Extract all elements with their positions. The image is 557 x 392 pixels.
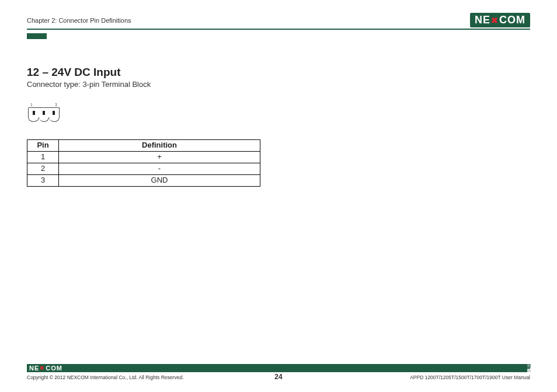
footer-logo: NE✖COM [29, 365, 62, 372]
connector-arc-icon [49, 117, 60, 122]
col-header-pin: Pin [27, 140, 59, 152]
connector-arc-icon [39, 117, 50, 122]
logo-text-post: COM [46, 365, 62, 372]
pin-slot-icon [53, 111, 55, 115]
table-row: 2 - [27, 163, 260, 174]
pin-label-left: 1 [30, 103, 33, 107]
footer-squares-icon [521, 364, 531, 372]
cell-pin: 3 [27, 174, 59, 186]
pin-table: Pin Definition 1 + 2 - 3 GND [27, 139, 530, 187]
accent-bar [27, 33, 47, 39]
col-header-def: Definition [59, 140, 260, 152]
connector-arc-icon [28, 117, 39, 122]
page-header: Chapter 2: Connector Pin Definitions NE✖… [27, 13, 530, 30]
cell-def: GND [59, 174, 260, 186]
table-header-row: Pin Definition [27, 140, 260, 152]
page-number: 24 [274, 373, 282, 381]
nexcom-logo: NE✖COM [470, 13, 530, 27]
logo-x-icon: ✖ [40, 365, 45, 371]
manual-ref: APPD 1200T/1205T/1500T/1700T/1900T User … [410, 374, 530, 380]
table-row: 1 + [27, 151, 260, 163]
cell-def: - [59, 163, 260, 174]
section-title: 12 – 24V DC Input [27, 66, 530, 79]
table-row: 3 GND [27, 174, 260, 186]
logo-text-pre: NE [29, 365, 39, 372]
logo-x-icon: ✖ [491, 16, 499, 25]
copyright-text: Copyright © 2012 NEXCOM International Co… [27, 374, 183, 380]
section: 12 – 24V DC Input Connector type: 3-pin … [27, 66, 530, 187]
section-subtitle: Connector type: 3-pin Terminal Block [27, 80, 530, 89]
pin-label-right: 3 [55, 103, 57, 107]
logo-text-pre: NE [475, 14, 490, 26]
footer-bar: NE✖COM [27, 364, 530, 372]
pin-slot-icon [33, 111, 35, 115]
pin-slot-icon [43, 111, 45, 115]
chapter-label: Chapter 2: Connector Pin Definitions [27, 17, 131, 24]
cell-pin: 1 [27, 151, 59, 163]
connector-diagram: 1 3 [28, 103, 530, 122]
cell-pin: 2 [27, 163, 59, 174]
footer-text: Copyright © 2012 NEXCOM International Co… [27, 374, 530, 380]
cell-def: + [59, 151, 260, 163]
logo-text-post: COM [499, 14, 525, 26]
